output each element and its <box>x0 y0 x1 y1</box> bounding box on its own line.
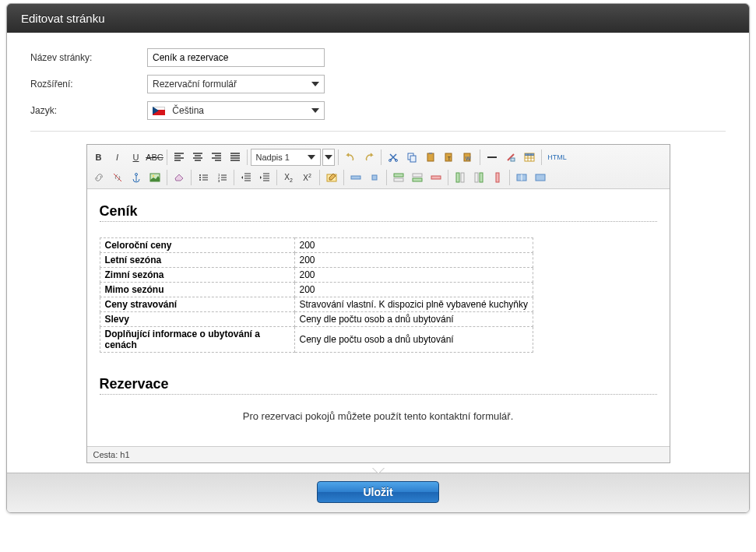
link-button[interactable] <box>90 169 107 186</box>
cell-props-button[interactable] <box>366 169 383 186</box>
svg-rect-25 <box>394 174 403 177</box>
align-right-button[interactable] <box>208 149 225 166</box>
chevron-down-icon <box>308 155 315 160</box>
svg-point-18 <box>199 179 201 181</box>
extension-label: Rozšíření: <box>30 79 147 90</box>
unlink-button[interactable] <box>109 169 126 186</box>
rich-text-editor: B I U ABC Nadpis 1 <box>86 144 670 463</box>
format-select[interactable]: Nadpis 1 <box>251 149 321 166</box>
save-button[interactable]: Uložit <box>317 481 438 503</box>
price-key: Letní sezóna <box>100 253 294 268</box>
outdent-button[interactable] <box>237 169 255 186</box>
price-value: Ceny dle počtu osob a dnů ubytování <box>294 312 533 327</box>
insert-col-after-button[interactable] <box>470 169 487 186</box>
price-key: Doplňující informace o ubytování a cenác… <box>100 327 294 353</box>
heading-cenik: Ceník <box>100 203 657 220</box>
divider <box>30 131 726 132</box>
flag-czech-icon <box>153 107 165 115</box>
price-value: 200 <box>294 238 533 253</box>
delete-row-button[interactable] <box>427 169 445 186</box>
svg-rect-24 <box>372 175 377 180</box>
extension-value: Rezervační formulář <box>153 79 237 90</box>
extension-select[interactable]: Rezervační formulář <box>147 75 325 93</box>
table-row: Ceny stravováníStravování vlastní. K dis… <box>100 297 533 312</box>
cut-button[interactable] <box>385 149 402 166</box>
svg-rect-3 <box>410 156 416 162</box>
editor-content-area[interactable]: Ceník Celoroční ceny200Letní sezóna200Zi… <box>87 189 670 446</box>
eraser-button[interactable] <box>171 169 188 186</box>
redo-button[interactable] <box>360 149 378 166</box>
svg-rect-36 <box>536 174 545 181</box>
split-cells-button[interactable] <box>513 169 530 186</box>
html-button[interactable]: HTML <box>545 149 570 166</box>
anchor-button[interactable] <box>128 169 145 186</box>
footer-notch-icon <box>372 467 385 473</box>
table-icon-button[interactable] <box>521 149 538 166</box>
paste-word-button[interactable]: W <box>459 149 476 166</box>
svg-rect-31 <box>461 173 464 182</box>
align-justify-button[interactable] <box>227 149 244 166</box>
ol-button[interactable]: 123 <box>213 169 230 186</box>
paste-button[interactable] <box>422 149 439 166</box>
price-value: Ceny dle počtu osob a dnů ubytování <box>294 327 533 353</box>
price-key: Slevy <box>100 312 294 327</box>
bold-button[interactable]: B <box>90 149 107 166</box>
price-value: Stravování vlastní. K dispozici plně vyb… <box>294 297 533 312</box>
clear-format-button[interactable] <box>502 149 519 166</box>
svg-rect-28 <box>413 178 422 181</box>
chevron-down-icon <box>311 108 319 113</box>
insert-row-before-button[interactable] <box>390 169 407 186</box>
heading-rezervace: Rezervace <box>100 376 657 392</box>
svg-text:3: 3 <box>218 179 220 183</box>
underline-button[interactable]: U <box>128 149 145 166</box>
undo-button[interactable] <box>342 149 359 166</box>
superscript-button[interactable]: X2 <box>299 169 316 186</box>
editor-toolbar: B I U ABC Nadpis 1 <box>87 145 670 189</box>
svg-rect-29 <box>431 176 441 179</box>
insert-col-before-button[interactable] <box>452 169 469 186</box>
svg-rect-32 <box>475 173 478 182</box>
paste-text-button[interactable]: T <box>441 149 458 166</box>
image-button[interactable] <box>146 169 164 186</box>
price-key: Ceny stravování <box>100 297 294 312</box>
chevron-down-icon <box>325 155 332 160</box>
chevron-down-icon <box>311 82 319 86</box>
hr-button[interactable] <box>483 149 501 166</box>
table-row: Doplňující informace o ubytování a cenác… <box>100 327 533 353</box>
svg-text:W: W <box>465 156 470 161</box>
italic-button[interactable]: I <box>109 149 126 166</box>
svg-rect-33 <box>480 173 483 182</box>
copy-button[interactable] <box>403 149 420 166</box>
row-props-button[interactable] <box>347 169 364 186</box>
indent-button[interactable] <box>256 169 273 186</box>
language-value: Čeština <box>172 105 204 116</box>
price-value: 200 <box>294 283 533 297</box>
subscript-button[interactable]: X2 <box>280 169 297 186</box>
table-row: Celoroční ceny200 <box>100 238 533 253</box>
editor-status-bar: Cesta: h1 <box>87 446 670 462</box>
price-value: 200 <box>294 253 533 268</box>
align-left-button[interactable] <box>171 149 188 166</box>
reservation-text: Pro rezervaci pokojů můžete použít tento… <box>100 410 657 422</box>
delete-col-button[interactable] <box>489 169 506 186</box>
align-center-button[interactable] <box>189 149 206 166</box>
insert-row-after-button[interactable] <box>409 169 426 186</box>
table-row: Letní sezóna200 <box>100 253 533 268</box>
format-select-dropdown-button[interactable] <box>322 149 335 166</box>
dotted-divider <box>100 394 657 395</box>
page-name-input[interactable] <box>147 48 325 67</box>
strike-button[interactable]: ABC <box>146 149 164 166</box>
edit-cell-button[interactable] <box>323 169 340 186</box>
format-select-value: Nadpis 1 <box>256 153 290 162</box>
ul-button[interactable] <box>195 169 212 186</box>
svg-text:T: T <box>447 156 451 161</box>
language-select[interactable]: Čeština <box>147 101 325 120</box>
language-label: Jazyk: <box>30 105 147 116</box>
dotted-divider <box>100 221 657 222</box>
row-extension: Rozšíření: Rezervační formulář <box>30 75 726 93</box>
svg-point-16 <box>199 174 201 176</box>
merge-cells-button[interactable] <box>532 169 549 186</box>
price-key: Zimní sezóna <box>100 268 294 283</box>
language-value-wrap: Čeština <box>153 105 204 116</box>
row-page-name: Název stránky: <box>30 48 726 67</box>
